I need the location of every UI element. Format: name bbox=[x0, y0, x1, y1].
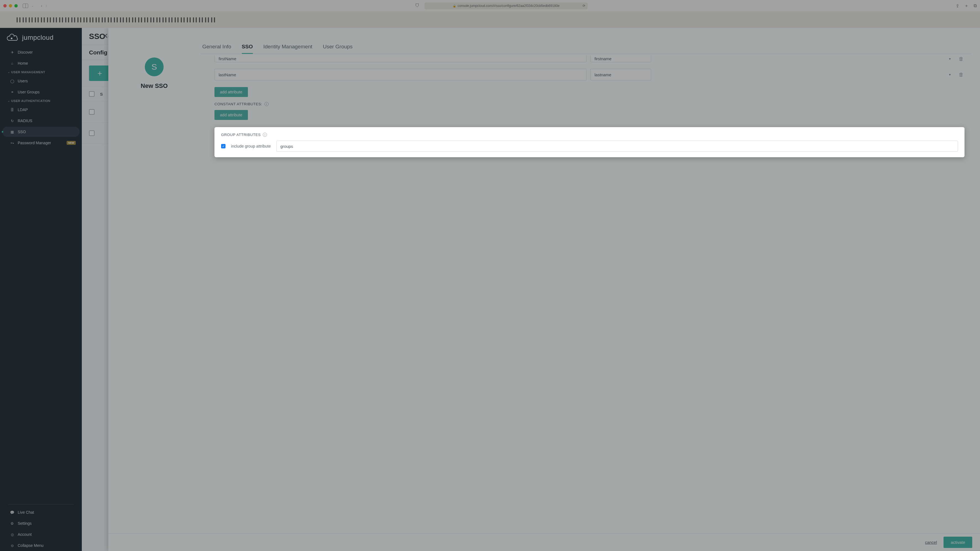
row-checkbox[interactable] bbox=[89, 130, 94, 136]
app-name: New SSO bbox=[141, 83, 168, 89]
panel-sidebar: S New SSO bbox=[108, 37, 200, 533]
app-avatar: S bbox=[145, 57, 164, 76]
sidebar-item-label: SSO bbox=[18, 130, 26, 134]
sidebar-item-label: Home bbox=[18, 61, 28, 65]
info-icon[interactable]: i bbox=[263, 133, 267, 137]
section-user-authentication[interactable]: ⌄ USER AUTHENTICATION bbox=[0, 98, 82, 104]
minimize-window-icon[interactable] bbox=[9, 4, 12, 8]
sidebar-item-password-manager[interactable]: 🗝 Password Manager NEW bbox=[2, 138, 80, 148]
chevron-down-icon: ⌄ bbox=[8, 100, 10, 102]
sidebar-item-home[interactable]: ⌂ Home bbox=[2, 58, 80, 68]
group-attributes-card: GROUP ATTRIBUTES i ✓ include group attri… bbox=[215, 127, 964, 157]
sidebar-item-label: Users bbox=[18, 79, 28, 83]
include-group-label: include group attribute bbox=[231, 144, 271, 148]
users-icon: ⚭ bbox=[10, 90, 14, 94]
user-icon: ◯ bbox=[10, 79, 14, 83]
sidebar-item-live-chat[interactable]: 💬 Live Chat bbox=[2, 507, 80, 517]
refresh-icon[interactable]: ⟳ bbox=[582, 4, 585, 8]
new-tab-icon[interactable]: ＋ bbox=[964, 3, 969, 9]
form-scroll[interactable]: 🗑 🗑 add attribute CONSTANT ATTRIBUTES: bbox=[200, 54, 972, 533]
sidebar-item-users[interactable]: ◯ Users bbox=[2, 76, 80, 86]
back-icon[interactable]: ‹ bbox=[41, 3, 42, 8]
sidebar-item-label: LDAP bbox=[18, 108, 28, 112]
chevron-down-icon: ⌄ bbox=[8, 71, 10, 73]
sidebar-item-account[interactable]: ◎ Account bbox=[2, 529, 80, 539]
sidebar-item-label: Password Manager bbox=[18, 141, 51, 145]
sidebar-item-user-groups[interactable]: ⚭ User Groups bbox=[2, 87, 80, 97]
group-attributes-label: GROUP ATTRIBUTES i bbox=[221, 133, 958, 137]
home-icon: ⌂ bbox=[10, 61, 14, 65]
panel-tabs: General Info SSO Identity Management Use… bbox=[200, 37, 972, 54]
sidebar-item-discover[interactable]: ✈ Discover bbox=[2, 47, 80, 57]
collapse-icon: ⊖ bbox=[10, 543, 14, 548]
divider bbox=[8, 504, 74, 505]
panel-footer: cancel activate bbox=[108, 533, 980, 551]
browser-chrome: ⌄ ‹ › ⛉ 🔒 console.jumpcloud.com/#/sso/co… bbox=[0, 0, 980, 12]
add-constant-attribute-button[interactable]: add attribute bbox=[215, 110, 248, 120]
new-badge: NEW bbox=[67, 141, 76, 145]
row-checkbox[interactable] bbox=[89, 109, 94, 115]
forward-icon: › bbox=[46, 3, 47, 8]
sidebar: jumpcloud ✈ Discover ⌂ Home ⌄ USER MANAG… bbox=[0, 28, 82, 551]
sidebar-item-label: Discover bbox=[18, 50, 33, 54]
sidebar-item-label: Live Chat bbox=[18, 510, 34, 514]
privacy-shield-icon[interactable]: ⛉ bbox=[415, 3, 420, 8]
chat-icon: 💬 bbox=[10, 510, 14, 514]
apps-icon: ▦ bbox=[10, 130, 14, 134]
section-user-management[interactable]: ⌄ USER MANAGEMENT bbox=[0, 69, 82, 75]
brand-name: jumpcloud bbox=[22, 34, 54, 41]
trash-icon[interactable]: 🗑 bbox=[958, 72, 964, 78]
svg-point-0 bbox=[11, 38, 13, 39]
account-icon: ◎ bbox=[10, 532, 14, 537]
group-attribute-input[interactable] bbox=[276, 141, 958, 152]
sidebar-item-sso[interactable]: ▦ SSO bbox=[2, 127, 80, 137]
configure-panel: ✕ S New SSO General Info SSO Identity Ma… bbox=[108, 28, 980, 551]
sidebar-item-radius[interactable]: ↻ RADIUS bbox=[2, 116, 80, 126]
app-root: jumpcloud ✈ Discover ⌂ Home ⌄ USER MANAG… bbox=[0, 28, 980, 551]
database-icon: 🗄 bbox=[10, 108, 14, 112]
subheader-title: Config bbox=[89, 49, 107, 56]
share-icon[interactable]: ⇪ bbox=[956, 3, 959, 9]
constant-attributes-label: CONSTANT ATTRIBUTES: i bbox=[215, 102, 964, 106]
attr-value-select[interactable] bbox=[590, 69, 651, 80]
maximize-window-icon[interactable] bbox=[14, 4, 18, 8]
sidebar-item-label: User Groups bbox=[18, 90, 40, 94]
attr-name-input[interactable] bbox=[215, 69, 587, 80]
include-group-checkbox[interactable]: ✓ bbox=[221, 144, 226, 148]
radius-icon: ↻ bbox=[10, 119, 14, 123]
sidebar-toggle-icon[interactable] bbox=[23, 3, 28, 8]
column-header-partial: S bbox=[100, 92, 103, 97]
tab-user-groups[interactable]: User Groups bbox=[323, 44, 353, 54]
activate-button[interactable]: activate bbox=[943, 537, 972, 548]
sidebar-item-settings[interactable]: ⚙ Settings bbox=[2, 518, 80, 528]
tab-general-info[interactable]: General Info bbox=[202, 44, 231, 54]
tabs-overview-icon[interactable]: ⧉ bbox=[974, 3, 977, 8]
sidebar-item-collapse[interactable]: ⊖ Collapse Menu bbox=[2, 540, 80, 551]
key-icon: 🗝 bbox=[10, 141, 14, 145]
trash-icon[interactable]: 🗑 bbox=[958, 56, 964, 62]
url-bar[interactable]: 🔒 console.jumpcloud.com/#/sso/configure/… bbox=[425, 3, 587, 10]
gear-icon: ⚙ bbox=[10, 521, 14, 526]
tab-sso[interactable]: SSO bbox=[242, 44, 253, 54]
cloud-icon bbox=[6, 33, 19, 42]
tab-identity-management[interactable]: Identity Management bbox=[263, 44, 312, 54]
close-window-icon[interactable] bbox=[3, 4, 6, 8]
sidebar-item-label: Account bbox=[18, 532, 32, 537]
sidebar-item-label: Settings bbox=[18, 521, 32, 526]
attr-name-input[interactable] bbox=[215, 56, 587, 62]
sidebar-item-ldap[interactable]: 🗄 LDAP bbox=[2, 105, 80, 115]
info-icon[interactable]: i bbox=[264, 102, 269, 106]
paper-plane-icon: ✈ bbox=[10, 50, 14, 54]
select-all-checkbox[interactable] bbox=[89, 91, 94, 97]
brand-logo[interactable]: jumpcloud bbox=[0, 31, 82, 47]
sidebar-item-label: RADIUS bbox=[18, 119, 32, 123]
add-attribute-button[interactable]: add attribute bbox=[215, 87, 248, 97]
cancel-button[interactable]: cancel bbox=[925, 540, 937, 545]
add-button[interactable]: ＋ bbox=[89, 65, 111, 81]
chevron-down-icon[interactable]: ⌄ bbox=[32, 5, 34, 7]
sidebar-item-label: Collapse Menu bbox=[18, 543, 43, 548]
url-text: console.jumpcloud.com/#/sso/configure/62… bbox=[458, 4, 560, 8]
lock-icon: 🔒 bbox=[453, 5, 456, 8]
main-area: SSO i ◉ Product Tour Pricing 🔔 Alerts ⚑ … bbox=[82, 28, 980, 551]
attr-value-select[interactable] bbox=[590, 56, 651, 62]
